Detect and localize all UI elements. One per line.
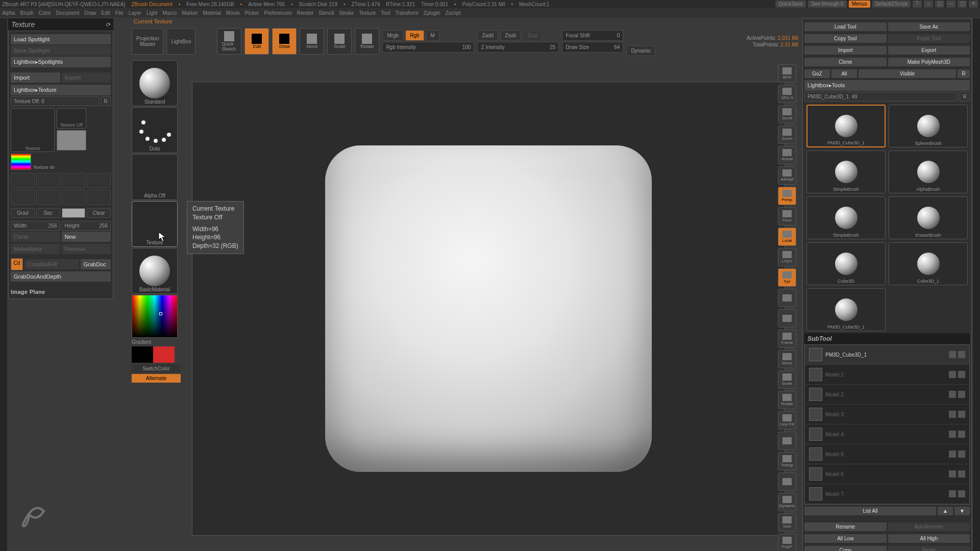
tool-thumb[interactable]: AlphaBrush xyxy=(889,151,968,193)
crop-button[interactable] xyxy=(62,190,86,205)
tool-thumb[interactable]: Cube3D_1 xyxy=(889,242,968,285)
see-through-slider[interactable]: See-through 0 xyxy=(808,1,846,8)
texture-01-thumb[interactable]: Texture 01 xyxy=(57,130,86,151)
strip-floor[interactable]: Floor xyxy=(778,207,796,226)
m-button[interactable]: M xyxy=(426,30,439,41)
strip-lsym[interactable]: LSym xyxy=(778,248,796,266)
menu-render[interactable]: Render xyxy=(297,10,314,16)
menu-marker[interactable]: Marker xyxy=(182,10,198,16)
strip-local[interactable]: Local xyxy=(778,228,796,246)
default-zscript[interactable]: DefaultZScript xyxy=(872,1,911,8)
draw-size-slider[interactable]: Draw Size 64 xyxy=(562,42,623,53)
menu-texture[interactable]: Texture xyxy=(359,10,376,16)
color-swatch[interactable] xyxy=(62,208,86,218)
mrgb-button[interactable]: Mrgb xyxy=(382,30,403,41)
strip-blank[interactable] xyxy=(778,289,796,307)
goz-visible-button[interactable]: Visible xyxy=(859,69,956,78)
scale-mode-button[interactable]: Scale xyxy=(327,28,352,55)
zsub-button[interactable]: Zsub xyxy=(500,30,521,41)
flip-h-button[interactable] xyxy=(11,173,35,188)
texture-off-slider[interactable]: Texture Off. 0 xyxy=(11,96,99,106)
strip-persp[interactable]: Persp xyxy=(778,187,796,205)
width-slider[interactable]: Width 256 xyxy=(11,221,60,231)
clear-button[interactable]: Clear xyxy=(87,208,111,218)
close-button[interactable]: ✕ xyxy=(969,1,978,8)
switch-color-button[interactable]: SwitchColor xyxy=(132,364,181,373)
texture-selector[interactable]: Texture xyxy=(132,201,178,247)
menus-button[interactable]: Menus xyxy=(849,1,870,8)
strip-move[interactable]: Move xyxy=(778,350,796,368)
menu-edit[interactable]: Edit xyxy=(102,10,110,16)
strip-dynamic[interactable]: Dynamic xyxy=(778,493,796,511)
menu-layer[interactable]: Layer xyxy=(129,10,141,16)
focal-shift-slider[interactable]: Focal Shift 0 xyxy=(562,30,623,41)
list-all-button[interactable]: List All xyxy=(804,507,936,515)
fill-button[interactable] xyxy=(87,190,111,205)
subtool-item[interactable]: Model 2: xyxy=(805,385,969,405)
load-tool-button[interactable]: Load Tool xyxy=(804,22,887,31)
left-rail[interactable] xyxy=(0,18,7,551)
copy-tool-button[interactable]: Copy Tool xyxy=(804,34,887,43)
spectrum-thumb[interactable] xyxy=(11,154,31,170)
zadd-button[interactable]: Zadd xyxy=(477,30,498,41)
strip-actual[interactable]: Actual xyxy=(778,146,796,164)
move-down-button[interactable]: ▼ xyxy=(954,507,970,515)
strip-blank[interactable] xyxy=(778,472,796,491)
rgb-intensity-slider[interactable]: Rgb Intensity 100 xyxy=(382,42,474,53)
tool-thumb[interactable]: SimpleBrush xyxy=(806,196,886,239)
subtool-item[interactable]: Model 1: xyxy=(805,365,969,385)
strip-bpr[interactable]: BPR xyxy=(778,64,796,83)
menu-tool[interactable]: Tool xyxy=(381,10,390,16)
import-texture-button[interactable]: Import xyxy=(11,72,60,83)
export-tool-button[interactable]: Export xyxy=(888,46,970,55)
minimize-button[interactable]: — xyxy=(946,1,955,8)
projection-master-button[interactable]: Projection Master xyxy=(132,28,163,55)
home-button[interactable]: ⌂ xyxy=(924,1,933,8)
load-spotlight-button[interactable]: Load Spotlight xyxy=(11,34,111,44)
maximize-button[interactable]: ▢ xyxy=(958,1,967,8)
menu-transform[interactable]: Transform xyxy=(395,10,418,16)
strip-zoom[interactable]: Zoom xyxy=(778,126,796,144)
grad-button[interactable]: Grad xyxy=(11,208,35,218)
goz-button[interactable]: GoZ xyxy=(804,69,830,78)
image-plane-header[interactable]: Image Plane xyxy=(11,289,111,295)
invert-button[interactable] xyxy=(36,190,60,205)
strip-line-fill[interactable]: Line Fill xyxy=(778,411,796,430)
menu-draw[interactable]: Draw xyxy=(84,10,96,16)
texture-off-thumb[interactable]: Texture Off xyxy=(57,108,86,129)
rename-button[interactable]: Rename xyxy=(804,522,887,531)
height-slider[interactable]: Height 256 xyxy=(62,221,111,231)
tool-thumb[interactable]: Cube3D xyxy=(806,242,886,285)
menu-zscript[interactable]: Zscript xyxy=(445,10,460,16)
menu-picker[interactable]: Picker xyxy=(245,10,259,16)
r-button[interactable]: R xyxy=(101,96,111,106)
material-selector[interactable]: BasicMaterial xyxy=(132,248,178,294)
rotate-button[interactable] xyxy=(87,173,111,188)
menu-alpha[interactable]: Alpha xyxy=(2,10,15,16)
import-tool-button[interactable]: Import xyxy=(804,46,887,55)
all-low-button[interactable]: All Low xyxy=(804,534,887,543)
subtool-item[interactable]: Model 6: xyxy=(805,464,969,484)
move-up-button[interactable]: ▲ xyxy=(938,507,953,515)
move-mode-button[interactable]: Move xyxy=(300,28,324,55)
save-as-button[interactable]: Save As xyxy=(888,22,970,31)
menu-brush[interactable]: Brush xyxy=(20,10,34,16)
strip-scale[interactable]: Scale xyxy=(778,370,796,389)
menu-document[interactable]: Document xyxy=(56,10,80,16)
tool-thumb[interactable]: SimpleBrush xyxy=(806,151,886,193)
right-rail[interactable] xyxy=(973,18,980,551)
alternate-button[interactable]: Alternate xyxy=(132,374,181,383)
menu-light[interactable]: Light xyxy=(146,10,158,16)
subtool-item[interactable]: Model 4: xyxy=(805,424,969,444)
primary-color[interactable] xyxy=(153,346,175,363)
r-tool-button[interactable]: R xyxy=(958,69,970,78)
strip-blank[interactable] xyxy=(778,309,796,328)
lightbox-spotlights-button[interactable]: Lightbox▸Spotlights xyxy=(11,57,111,67)
color-picker[interactable] xyxy=(132,295,178,338)
lightbox-texture-button[interactable]: Lightbox▸Texture xyxy=(11,85,111,95)
strip-rotate[interactable]: Rotate xyxy=(778,391,796,409)
grid-button[interactable] xyxy=(11,190,35,205)
menu-color[interactable]: Color xyxy=(39,10,51,16)
alpha-selector[interactable]: Alpha Off xyxy=(132,154,178,200)
new-button[interactable]: New xyxy=(62,232,111,242)
